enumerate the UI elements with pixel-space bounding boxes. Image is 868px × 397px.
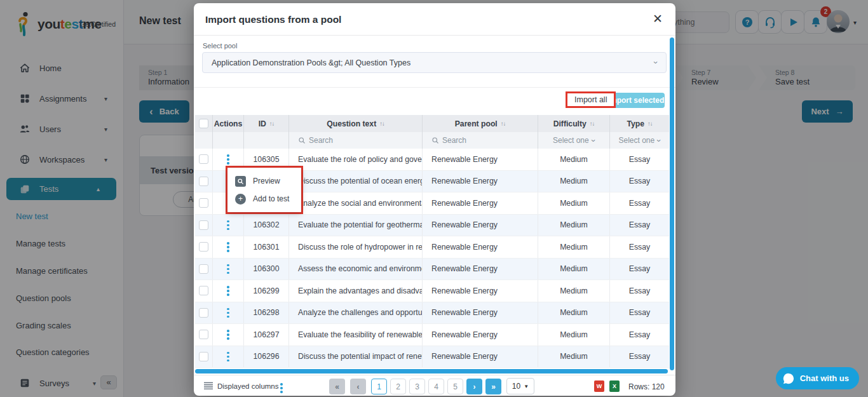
vertical-scrollbar[interactable] — [670, 37, 674, 370]
page-button-3[interactable]: 3 — [409, 379, 425, 394]
table-header-row: Actions ID↑↓ Question text↑↓ Parent pool… — [195, 115, 669, 132]
chevron-down-icon: › — [654, 139, 664, 142]
close-icon[interactable]: ✕ — [653, 11, 663, 26]
column-id[interactable]: ID↑↓ — [244, 115, 289, 132]
page-size-select[interactable]: 10 ▼ — [506, 378, 534, 394]
select-all-checkbox[interactable] — [199, 119, 208, 128]
cell-question-text: Discuss the potential of ocean energy ..… — [289, 171, 423, 192]
row-checkbox[interactable] — [199, 308, 208, 318]
row-checkbox[interactable] — [199, 220, 208, 230]
row-checkbox[interactable] — [199, 330, 208, 339]
import-all-button[interactable]: Import all — [567, 93, 614, 106]
cell-question-text: Discuss the role of hydropower in rene..… — [289, 236, 423, 258]
cell-id: 106301 — [244, 236, 289, 258]
cell-difficulty: Medium — [538, 302, 610, 324]
questions-table: Actions ID↑↓ Question text↑↓ Parent pool… — [195, 115, 669, 368]
sort-icon[interactable]: ↑↓ — [590, 120, 595, 127]
caret-down-icon: ▼ — [524, 384, 529, 389]
column-parent-pool[interactable]: Parent pool↑↓ — [423, 115, 538, 132]
table-row: 106302 Evaluate the potential for geothe… — [195, 215, 669, 237]
pool-select[interactable]: Application Demonstration Pools &gt; All… — [202, 52, 667, 73]
row-actions-kebab-icon[interactable] — [224, 349, 232, 365]
cell-type: Essay — [610, 346, 669, 368]
cell-id: 106299 — [244, 280, 289, 302]
table-row: 106301 Discuss the role of hydropower in… — [195, 236, 669, 259]
sort-icon[interactable]: ↑↓ — [648, 120, 653, 127]
cell-id: 106297 — [244, 324, 289, 346]
page-button-4[interactable]: 4 — [428, 379, 444, 394]
row-actions-kebab-icon[interactable] — [224, 283, 232, 299]
export-word-icon[interactable]: W — [594, 380, 604, 392]
row-checkbox[interactable] — [199, 154, 208, 164]
column-question-text[interactable]: Question text↑↓ — [289, 115, 423, 132]
cell-parent-pool: Renewable Energy — [423, 302, 538, 324]
table-row: 106300 Assess the economic and environme… — [195, 259, 669, 281]
rows-count: Rows: 120 — [628, 382, 665, 391]
cell-difficulty: Medium — [538, 192, 610, 214]
page-button-2[interactable]: 2 — [390, 379, 406, 394]
row-checkbox[interactable] — [199, 198, 208, 208]
cell-parent-pool: Renewable Energy — [423, 192, 538, 214]
cell-difficulty: Medium — [538, 171, 610, 192]
sort-icon[interactable]: ↑↓ — [379, 120, 384, 127]
row-checkbox[interactable] — [199, 242, 208, 252]
displayed-columns-label: Displayed columns — [217, 382, 279, 390]
page-button-1[interactable]: 1 — [371, 379, 387, 394]
row-checkbox[interactable] — [199, 286, 208, 295]
select-pool-label: Select pool — [203, 42, 237, 50]
cell-difficulty: Medium — [538, 236, 610, 258]
column-actions: Actions — [213, 115, 244, 132]
row-actions-kebab-icon[interactable] — [224, 306, 232, 321]
cell-question-text: Discuss the potential impact of renewa..… — [289, 346, 423, 368]
menu-item-preview[interactable]: Preview — [227, 172, 301, 190]
row-actions-kebab-icon[interactable] — [224, 152, 232, 167]
row-actions-kebab-icon[interactable] — [224, 239, 232, 255]
import-questions-modal: Import questions from a pool ✕ Select po… — [194, 3, 675, 396]
cell-parent-pool: Renewable Energy — [423, 215, 538, 236]
divider — [194, 87, 675, 88]
cell-type: Essay — [610, 192, 669, 214]
row-actions-kebab-icon[interactable] — [224, 262, 232, 277]
cell-parent-pool: Renewable Energy — [423, 259, 538, 280]
sort-icon[interactable]: ↑↓ — [269, 120, 275, 127]
cell-question-text: Analyze the challenges and opportuniti..… — [289, 302, 423, 324]
cell-id: 106300 — [244, 259, 289, 280]
chat-with-us-button[interactable]: Chat with us — [776, 367, 859, 389]
cell-difficulty: Medium — [538, 259, 610, 280]
difficulty-filter-select[interactable]: Select one › — [538, 132, 610, 149]
row-actions-kebab-icon[interactable] — [224, 218, 232, 233]
page-button-5[interactable]: 5 — [447, 379, 463, 394]
table-row: 106299 Explain the advantages and disadv… — [195, 280, 669, 302]
horizontal-scrollbar[interactable] — [195, 369, 668, 373]
menu-item-add-to-test[interactable]: + Add to test — [227, 190, 301, 208]
type-filter-select[interactable]: Select one › — [610, 132, 669, 149]
next-page-button[interactable]: › — [466, 379, 482, 394]
cell-question-text: Explain the advantages and disadvanta... — [289, 280, 423, 302]
chat-label: Chat with us — [800, 373, 849, 383]
last-page-button[interactable]: » — [485, 379, 501, 394]
import-selected-button[interactable]: Import selected — [607, 93, 665, 108]
sort-icon[interactable]: ↑↓ — [501, 120, 506, 127]
columns-icon[interactable] — [204, 382, 213, 389]
row-checkbox[interactable] — [199, 264, 208, 274]
cell-difficulty: Medium — [538, 280, 610, 302]
export-excel-icon[interactable]: X — [609, 380, 620, 392]
first-page-button[interactable]: « — [329, 379, 345, 394]
footer-kebab-icon[interactable] — [278, 380, 285, 396]
cell-question-text: Evaluate the feasibility of renewable en… — [289, 324, 423, 346]
row-checkbox[interactable] — [199, 177, 208, 186]
previous-page-button[interactable]: ‹ — [350, 379, 366, 394]
cell-type: Essay — [610, 149, 669, 170]
preview-icon — [235, 176, 246, 187]
chevron-down-icon: › — [588, 139, 598, 142]
row-checkbox[interactable] — [199, 352, 208, 361]
question-text-search[interactable]: Search — [289, 132, 423, 149]
column-type[interactable]: Type↑↓ — [610, 115, 669, 132]
import-all-annotation: Import all — [566, 91, 616, 108]
table-footer: Displayed columns « ‹ 1 2 3 4 5 › » 10 ▼… — [194, 375, 675, 396]
row-actions-kebab-icon[interactable] — [224, 327, 232, 342]
cell-type: Essay — [610, 236, 669, 258]
plus-icon: + — [235, 194, 246, 205]
column-difficulty[interactable]: Difficulty↑↓ — [538, 115, 610, 132]
parent-pool-search[interactable]: Search — [423, 132, 538, 149]
